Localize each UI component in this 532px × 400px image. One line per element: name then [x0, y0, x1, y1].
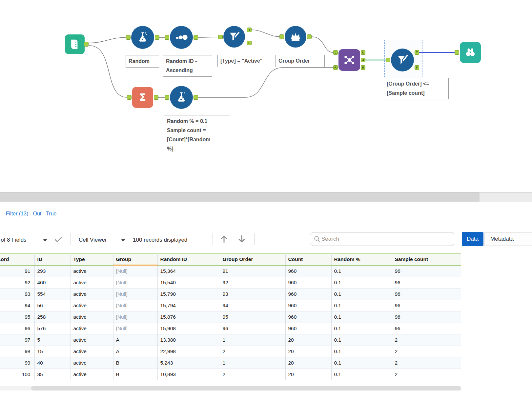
column-header-record[interactable]: Record: [0, 254, 34, 265]
output-anchor[interactable]: [84, 42, 89, 47]
table-cell[interactable]: 99: [0, 357, 34, 369]
input-anchor[interactable]: [126, 35, 131, 40]
table-cell[interactable]: 91: [0, 265, 34, 277]
table-cell[interactable]: 15,364: [157, 265, 220, 277]
table-cell[interactable]: 15,790: [157, 289, 220, 300]
workflow-canvas[interactable]: T F Σ: [0, 0, 532, 192]
table-cell[interactable]: 100: [0, 369, 34, 380]
table-cell[interactable]: 0.1: [331, 300, 392, 311]
table-row[interactable]: 92460active[Null]15,540929600.196: [0, 277, 461, 289]
input-anchor[interactable]: [127, 95, 132, 100]
table-cell[interactable]: 15,794: [157, 300, 220, 311]
canvas-results-splitter[interactable]: [0, 192, 532, 202]
column-header-random-pct[interactable]: Random %: [331, 254, 392, 265]
table-cell[interactable]: 0.1: [331, 277, 392, 289]
table-cell[interactable]: active: [71, 265, 113, 277]
splitter-thumb[interactable]: [0, 192, 480, 202]
table-cell[interactable]: 98: [0, 346, 34, 357]
table-row[interactable]: 9815activeA22,9982200.12: [0, 346, 461, 357]
check-icon[interactable]: [53, 235, 63, 244]
input-anchor[interactable]: [218, 35, 223, 39]
table-cell[interactable]: active: [71, 323, 113, 334]
tab-data[interactable]: Data: [462, 232, 483, 246]
table-cell[interactable]: [Null]: [113, 311, 157, 323]
table-cell[interactable]: 1: [220, 334, 285, 346]
column-header-random-id[interactable]: Random ID: [157, 254, 220, 265]
table-cell[interactable]: [Null]: [113, 300, 157, 311]
table-cell[interactable]: 2: [392, 346, 461, 357]
table-cell[interactable]: [Null]: [113, 323, 157, 334]
table-cell[interactable]: 960: [285, 300, 331, 311]
table-cell[interactable]: 20: [285, 369, 331, 380]
tool-sort-random-id[interactable]: [170, 26, 193, 49]
table-cell[interactable]: 2: [392, 334, 461, 346]
tool-summarize[interactable]: Σ: [132, 87, 153, 108]
false-output-anchor[interactable]: F: [415, 65, 419, 70]
table-cell[interactable]: 0.1: [331, 265, 392, 277]
table-cell[interactable]: [Null]: [113, 277, 157, 289]
true-output-anchor[interactable]: T: [415, 50, 419, 55]
table-cell[interactable]: 96: [0, 323, 34, 334]
output-anchor[interactable]: [154, 95, 158, 100]
table-cell[interactable]: active: [71, 357, 113, 369]
column-header-group-order[interactable]: Group Order: [220, 254, 285, 265]
annotation-sort[interactable]: Random ID - Ascending: [163, 55, 212, 77]
join-output-anchor[interactable]: J: [361, 58, 365, 62]
table-cell[interactable]: 15: [34, 346, 71, 357]
table-row[interactable]: 95258active[Null]15,876959600.196: [0, 311, 461, 323]
table-cell[interactable]: 93: [0, 289, 34, 300]
table-cell[interactable]: 92: [220, 277, 285, 289]
table-row[interactable]: 10035activeB10,8932200.12: [0, 369, 461, 380]
search-box[interactable]: [310, 232, 454, 246]
table-cell[interactable]: 2: [392, 357, 461, 369]
table-cell[interactable]: active: [71, 277, 113, 289]
table-cell[interactable]: B: [113, 357, 157, 369]
table-cell[interactable]: 94: [0, 300, 34, 311]
tab-metadata[interactable]: Metadata: [484, 232, 532, 246]
table-cell[interactable]: 15,540: [157, 277, 220, 289]
table-cell[interactable]: 96: [392, 265, 461, 277]
table-cell[interactable]: 5,243: [157, 357, 220, 369]
table-cell[interactable]: 96: [392, 300, 461, 311]
table-cell[interactable]: 95: [0, 311, 34, 323]
table-cell[interactable]: 97: [0, 334, 34, 346]
sort-descending-icon[interactable]: [237, 234, 247, 244]
table-row[interactable]: 93554active[Null]15,790939600.196: [0, 289, 461, 300]
table-cell[interactable]: active: [71, 346, 113, 357]
table-cell[interactable]: 22,998: [157, 346, 220, 357]
left-output-anchor[interactable]: L: [361, 50, 365, 55]
annotation-group-order[interactable]: Group Order: [276, 55, 325, 67]
input-anchor[interactable]: [165, 95, 169, 100]
table-cell[interactable]: 94: [220, 300, 285, 311]
table-cell[interactable]: 96: [392, 323, 461, 334]
tool-formula-sample-count[interactable]: [170, 86, 193, 109]
table-cell[interactable]: B: [113, 369, 157, 380]
table-row[interactable]: 975activeA13,3801200.12: [0, 334, 461, 346]
table-cell[interactable]: 96: [392, 289, 461, 300]
annotation-random[interactable]: Random: [126, 55, 159, 68]
table-cell[interactable]: 0.1: [331, 289, 392, 300]
table-cell[interactable]: active: [71, 311, 113, 323]
table-cell[interactable]: 576: [34, 323, 71, 334]
table-cell[interactable]: 96: [220, 323, 285, 334]
tool-input-data[interactable]: [65, 34, 85, 54]
table-row[interactable]: 96576active[Null]15,908969600.196: [0, 323, 461, 334]
table-cell[interactable]: [Null]: [113, 265, 157, 277]
table-cell[interactable]: 258: [34, 311, 71, 323]
table-cell[interactable]: 93: [220, 289, 285, 300]
table-cell[interactable]: 2: [220, 346, 285, 357]
table-cell[interactable]: A: [113, 334, 157, 346]
table-cell[interactable]: 96: [392, 277, 461, 289]
table-cell[interactable]: active: [71, 334, 113, 346]
column-header-count[interactable]: Count: [285, 254, 331, 265]
table-cell[interactable]: 0.1: [331, 357, 392, 369]
table-row[interactable]: 91293active[Null]15,364919600.196: [0, 265, 461, 277]
table-row[interactable]: 9456active[Null]15,794949600.196: [0, 300, 461, 311]
table-cell[interactable]: 0.1: [331, 323, 392, 334]
input-anchor[interactable]: [165, 35, 169, 40]
table-cell[interactable]: 92: [0, 277, 34, 289]
grid-scrollbar-thumb[interactable]: [31, 386, 461, 390]
tool-filter-type[interactable]: [223, 26, 245, 48]
table-cell[interactable]: 20: [285, 346, 331, 357]
annotation-formula[interactable]: Random % = 0.1 Sample count = [Count]*[R…: [164, 115, 230, 155]
